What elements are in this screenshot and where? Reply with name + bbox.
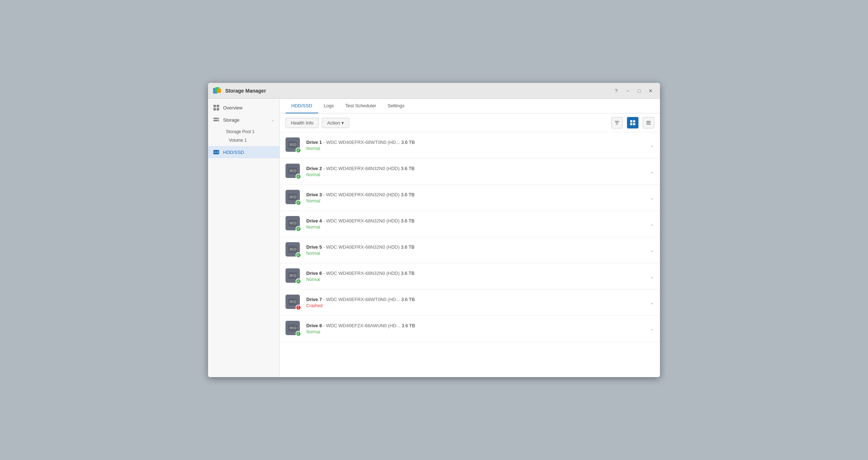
filter-icon bbox=[614, 120, 620, 126]
sidebar-item-volume[interactable]: Volume 1 bbox=[223, 136, 279, 145]
sidebar-item-hdd-ssd[interactable]: HDD/SSD bbox=[208, 146, 279, 158]
svg-rect-53 bbox=[290, 248, 293, 249]
drive-status-badge: ✓ bbox=[296, 331, 301, 337]
drive-info: Drive 5 - WDC WD40EFRX-68N32N0 (HDD) 3.6… bbox=[306, 244, 646, 256]
drive-chevron-icon: ⌄ bbox=[650, 142, 654, 148]
window-title: Storage Manager bbox=[225, 88, 611, 94]
sidebar-section-storage[interactable]: Storage ⌄ bbox=[208, 114, 279, 126]
svg-rect-36 bbox=[290, 171, 293, 172]
grid-view-button[interactable] bbox=[627, 117, 638, 128]
titlebar: Storage Manager ? − □ ✕ bbox=[208, 83, 660, 99]
svg-rect-48 bbox=[290, 223, 293, 224]
filter-button[interactable] bbox=[611, 117, 623, 128]
action-button[interactable]: Action ▾ bbox=[322, 118, 349, 128]
drive-health: Normal bbox=[306, 225, 646, 230]
drive-model: - WDC WD40EFRX-68N32N0 (HDD) bbox=[323, 192, 400, 197]
drive-chevron-icon: ⌄ bbox=[650, 195, 654, 201]
close-button[interactable]: ✕ bbox=[646, 86, 656, 96]
minimize-button[interactable]: − bbox=[623, 86, 633, 96]
drive-health: Normal bbox=[306, 198, 646, 203]
check-icon: ✓ bbox=[297, 149, 300, 152]
svg-rect-60 bbox=[290, 276, 293, 276]
toolbar: Health Info Action ▾ bbox=[280, 113, 660, 132]
tab-settings[interactable]: Settings bbox=[382, 99, 410, 113]
storage-chevron-icon: ⌄ bbox=[271, 118, 274, 122]
svg-rect-66 bbox=[290, 302, 293, 302]
drive-name: Drive 4 bbox=[306, 218, 322, 224]
drive-row[interactable]: ✓ Drive 5 - WDC WD40EFRX-68N32N0 (HDD) 3… bbox=[280, 237, 660, 263]
health-info-button[interactable]: Health Info bbox=[286, 118, 319, 128]
help-button[interactable]: ? bbox=[611, 86, 621, 96]
drive-row[interactable]: ✓ Drive 6 - WDC WD40EFRX-68N32N0 (HDD) 3… bbox=[280, 263, 660, 290]
drive-title: Drive 2 - WDC WD40EFRX-68N32N0 (HDD) 3.6… bbox=[306, 166, 646, 171]
window-controls: ? − □ ✕ bbox=[611, 86, 656, 96]
drive-icon-wrap: ✓ bbox=[286, 137, 301, 153]
list-view-button[interactable] bbox=[643, 117, 654, 128]
svg-rect-42 bbox=[290, 197, 293, 198]
maximize-button[interactable]: □ bbox=[634, 86, 644, 96]
drive-status-badge: ✓ bbox=[296, 200, 301, 206]
tab-logs[interactable]: Logs bbox=[318, 99, 340, 113]
sidebar: Overview Storage ⌄ Storage Pool 1 bbox=[208, 99, 280, 377]
svg-point-9 bbox=[218, 118, 218, 119]
drive-icon-wrap: ✓ bbox=[286, 164, 301, 179]
drive-health: Normal bbox=[306, 172, 646, 177]
drive-model: - WDC WD40EFRX-68N32N0 (HDD) bbox=[323, 244, 400, 250]
drive-row[interactable]: ! Drive 7 - WDC WD40EFRX-68WT0N0 (HD... … bbox=[280, 290, 660, 316]
drive-chevron-icon: ⌄ bbox=[650, 273, 654, 279]
drive-model: - WDC WD40EFRX-68N32N0 (HDD) bbox=[323, 218, 400, 224]
main-content: HDD/SSD Logs Test Scheduler Settings Hea… bbox=[280, 99, 660, 377]
drive-health: Normal bbox=[306, 146, 646, 151]
svg-rect-71 bbox=[290, 327, 293, 328]
check-icon: ✓ bbox=[297, 332, 300, 335]
svg-rect-65 bbox=[290, 301, 293, 301]
drive-info: Drive 8 - WDC WD40EFZX-68AWUN0 (HD... 3.… bbox=[306, 323, 646, 334]
svg-rect-21 bbox=[633, 123, 635, 125]
drive-size: 3.6 TB bbox=[401, 166, 415, 171]
drive-status-badge: ✓ bbox=[296, 226, 301, 232]
drive-icon-wrap: ! bbox=[286, 295, 301, 310]
drive-row[interactable]: ✓ Drive 4 - WDC WD40EFRX-68N32N0 (HDD) 3… bbox=[280, 211, 660, 237]
drive-icon-wrap: ✓ bbox=[286, 242, 301, 258]
svg-point-33 bbox=[294, 170, 296, 172]
drive-icon-wrap: ✓ bbox=[286, 268, 301, 284]
check-icon: ✓ bbox=[297, 227, 300, 231]
svg-rect-29 bbox=[290, 144, 293, 144]
svg-rect-5 bbox=[213, 108, 216, 111]
drive-chevron-icon: ⌄ bbox=[650, 221, 654, 227]
drive-row[interactable]: ✓ Drive 2 - WDC WD40EFRX-68N32N0 (HDD) 3… bbox=[280, 159, 660, 185]
tabs: HDD/SSD Logs Test Scheduler Settings bbox=[280, 99, 660, 113]
drive-title: Drive 1 - WDC WD40EFRX-68WT0N0 (HD... 3.… bbox=[306, 140, 646, 145]
drive-row[interactable]: ✓ Drive 8 - WDC WD40EFZX-68AWUN0 (HD... … bbox=[280, 316, 660, 342]
svg-rect-6 bbox=[217, 108, 219, 111]
drive-title: Drive 3 - WDC WD40EFRX-68N32N0 (HDD) 3.6… bbox=[306, 192, 646, 197]
drive-model: - WDC WD40EFRX-68WT0N0 (HD... bbox=[323, 140, 400, 145]
check-icon: ✓ bbox=[297, 253, 300, 257]
drive-chevron-icon: ⌄ bbox=[650, 300, 654, 305]
grid-view-icon bbox=[630, 120, 636, 126]
drive-size: 3.6 TB bbox=[401, 244, 415, 250]
svg-point-27 bbox=[294, 144, 296, 145]
drive-name: Drive 8 bbox=[306, 323, 322, 328]
main-window: Storage Manager ? − □ ✕ Overview bbox=[208, 83, 660, 377]
drive-health: Normal bbox=[306, 251, 646, 256]
drive-title: Drive 6 - WDC WD40EFRX-68N32N0 (HDD) 3.6… bbox=[306, 271, 646, 276]
drive-status-badge: ✓ bbox=[296, 252, 301, 258]
drive-model: - WDC WD40EFRX-68N32N0 (HDD) bbox=[323, 166, 400, 171]
tab-hdd-ssd[interactable]: HDD/SSD bbox=[286, 99, 318, 113]
app-icon bbox=[212, 86, 222, 96]
sidebar-item-storage-pool[interactable]: Storage Pool 1 bbox=[223, 127, 279, 136]
sidebar-item-overview[interactable]: Overview bbox=[208, 102, 279, 114]
drive-status-badge: ✓ bbox=[296, 278, 301, 284]
svg-rect-30 bbox=[290, 145, 293, 145]
tab-test-scheduler[interactable]: Test Scheduler bbox=[340, 99, 382, 113]
svg-rect-3 bbox=[213, 105, 216, 107]
list-view-icon bbox=[646, 120, 651, 126]
drive-row[interactable]: ✓ Drive 1 - WDC WD40EFRX-68WT0N0 (HD... … bbox=[280, 132, 660, 159]
drive-row[interactable]: ✓ Drive 3 - WDC WD40EFRX-68N32N0 (HDD) 3… bbox=[280, 185, 660, 211]
drive-model: - WDC WD40EFRX-68WT0N0 (HD... bbox=[323, 297, 400, 302]
drive-size: 3.6 TB bbox=[401, 140, 415, 145]
drive-size: 3.6 TB bbox=[401, 297, 415, 302]
drive-info: Drive 7 - WDC WD40EFRX-68WT0N0 (HD... 3.… bbox=[306, 297, 646, 308]
drive-health: Crashed bbox=[306, 303, 646, 308]
